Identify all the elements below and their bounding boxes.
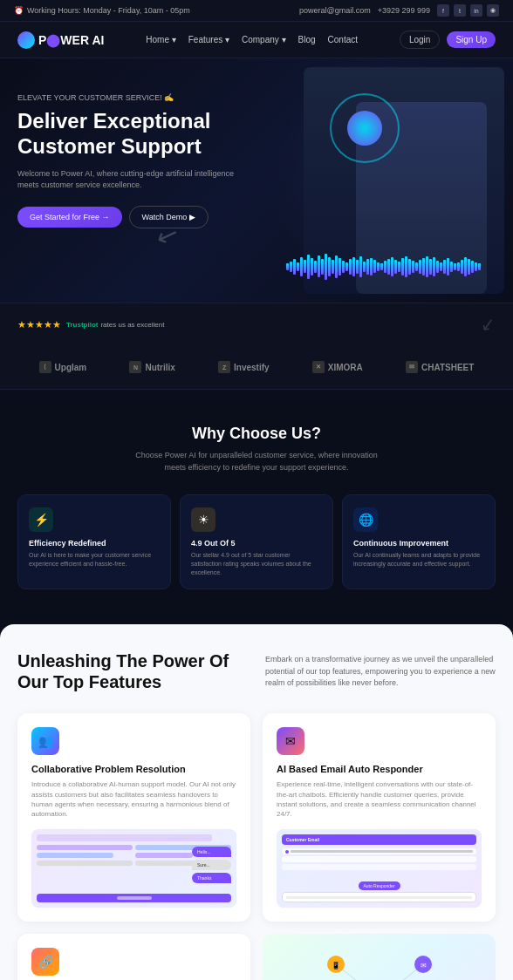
wave-bar xyxy=(342,261,345,273)
nav-contact[interactable]: Contact xyxy=(328,35,358,44)
other-social-icon[interactable]: ◉ xyxy=(487,4,499,17)
collab-mockscreen: Hello... Sure... Thanks xyxy=(31,829,236,908)
improvement-title: Continuous Improvement xyxy=(353,539,484,548)
trustpilot-logo: Trustpilot xyxy=(66,321,98,329)
tf-desc: Embark on a transformative journey as we… xyxy=(265,650,496,690)
seamless-icon: 🔗 xyxy=(31,948,59,976)
chatsheet-icon: ✉ xyxy=(406,361,418,373)
network-diagram: 🔥 📱 ✉ 💬 📧 🔔 ⭐ xyxy=(263,947,496,980)
hero-orb xyxy=(347,111,382,146)
login-button[interactable]: Login xyxy=(400,31,440,49)
email-item-2 xyxy=(282,856,476,862)
wave-bar xyxy=(429,259,432,275)
wave-bar xyxy=(352,257,355,276)
working-hours: Working Hours: Monday - Friday, 10am - 0… xyxy=(27,6,190,15)
customer-email-label: Customer Email xyxy=(286,837,319,842)
trustpilot: Trustpilot rates us as excellent xyxy=(66,321,164,329)
nav-links: Home ▾ Features ▾ Company ▾ Blog Contact xyxy=(146,35,358,44)
wave-bar xyxy=(345,262,348,271)
wave-bar xyxy=(408,259,411,275)
wave-bar xyxy=(293,259,296,275)
wave-bar xyxy=(436,261,439,273)
phone: +3929 299 999 xyxy=(378,6,430,15)
collaborative-icon-glyph: 👥 xyxy=(38,734,53,748)
upglam-label: Upglam xyxy=(55,363,87,372)
hero-title: Deliver Exceptional Customer Support xyxy=(17,109,244,160)
waveform: const heights = [8,12,18,10,22,15,28,20,… xyxy=(286,251,504,282)
wave-bar xyxy=(478,263,481,270)
email-title: AI Based Email Auto Responder xyxy=(277,764,482,774)
email-preview: Customer Email Auto Responder xyxy=(277,829,482,908)
rating-text: rates us as excellent xyxy=(100,321,164,329)
wave-bar xyxy=(363,262,366,272)
arrow-right: ↙ xyxy=(479,313,497,337)
wave-bar xyxy=(394,260,397,274)
wave-bar xyxy=(475,262,477,271)
partner-nutrilix: N Nutrilix xyxy=(129,361,174,373)
investify-label: Investify xyxy=(234,363,270,372)
nav-blog[interactable]: Blog xyxy=(298,35,316,44)
wave-bar xyxy=(377,262,380,271)
chatsheet-label: CHATSHEET xyxy=(421,363,474,372)
improvement-icon: 🌐 xyxy=(353,507,378,532)
nav-features[interactable]: Features ▾ xyxy=(188,35,229,44)
logo-text: P⬤WER AI xyxy=(38,33,104,47)
tf-header: Unleashing The Power Of Our Top Features… xyxy=(17,650,496,692)
partners-bar: ⟨ Upglam N Nutrilix Z Investify ✕ XIMORA… xyxy=(0,345,513,390)
top-bar: ⏰ Working Hours: Monday - Friday, 10am -… xyxy=(0,0,513,22)
why-title: Why Choose Us? xyxy=(17,425,496,443)
upglam-icon: ⟨ xyxy=(39,361,51,373)
watch-demo-button[interactable]: Watch Demo ▶ xyxy=(129,206,209,228)
email-mockscreen: Customer Email Auto Responder xyxy=(277,829,482,908)
logo[interactable]: P⬤WER AI xyxy=(17,31,104,49)
email-item-1 xyxy=(282,848,476,854)
reply-box-mock xyxy=(282,892,476,902)
hero-content: ELEVATE YOUR CUSTOMER SERVICE! ✍ Deliver… xyxy=(17,93,244,228)
feature-card-rating: ☀ 4.9 Out Of 5 Our stellar 4.9 out of 5 … xyxy=(180,494,333,589)
mock-toolbar xyxy=(37,834,212,841)
wave-bar xyxy=(398,262,400,272)
autoresponder-tag: Auto Responder xyxy=(358,881,400,890)
wave-bar xyxy=(314,261,317,273)
mock-row-1 xyxy=(37,845,133,850)
nav-company[interactable]: Company ▾ xyxy=(242,35,286,44)
wave-bar xyxy=(318,255,320,277)
star-rating: ★★★★★ xyxy=(17,319,61,330)
wave-bar xyxy=(328,257,331,276)
wave-bar xyxy=(297,262,299,271)
twitter-icon[interactable]: t xyxy=(454,4,466,17)
facebook-icon[interactable]: f xyxy=(437,4,449,17)
wave-bar xyxy=(419,260,421,274)
top-bar-left: ⏰ Working Hours: Monday - Friday, 10am -… xyxy=(14,6,190,15)
ratings-left: ★★★★★ Trustpilot rates us as excellent xyxy=(17,319,164,330)
hero-ring xyxy=(330,93,400,163)
wave-bar xyxy=(443,260,446,274)
efficiency-title: Efficiency Redefined xyxy=(29,539,160,548)
mock-chat: Hello... Sure... Thanks xyxy=(192,847,231,883)
wave-bar xyxy=(464,257,467,276)
linkedin-icon[interactable]: in xyxy=(470,4,482,17)
get-started-button[interactable]: Get Started for Free → xyxy=(17,207,122,228)
feature-cards: ⚡ Efficiency Redefined Our AI is here to… xyxy=(17,494,496,589)
nav-home[interactable]: Home ▾ xyxy=(146,35,175,44)
tf-card-seamless: 🔗 Seamless Multi-Channel Integration Sea… xyxy=(17,934,250,980)
wave-bar xyxy=(304,260,306,273)
wave-bar xyxy=(366,259,369,275)
improvement-text: Our AI continually learns and adapts to … xyxy=(353,551,484,568)
signup-button[interactable]: Sign Up xyxy=(447,31,496,48)
investify-icon: Z xyxy=(218,361,230,373)
efficiency-icon: ⚡ xyxy=(29,507,53,532)
logo-icon xyxy=(17,31,35,49)
rating-text: Our stellar 4.9 out of 5 star customer s… xyxy=(191,551,322,576)
ximora-icon: ✕ xyxy=(312,361,325,373)
email-header-mock: Customer Email xyxy=(282,834,476,845)
wave-bar xyxy=(321,259,324,275)
wave-bar xyxy=(454,263,456,270)
wave-bar xyxy=(468,259,470,275)
svg-text:✉: ✉ xyxy=(420,962,426,970)
wave-bar xyxy=(422,258,425,276)
feature-card-efficiency: ⚡ Efficiency Redefined Our AI is here to… xyxy=(17,494,171,589)
top-bar-right: poweral@gmail.com +3929 299 999 f t in ◉ xyxy=(299,4,499,17)
wave-bar xyxy=(373,260,376,273)
mock-bubble-3: Thanks xyxy=(192,873,231,883)
